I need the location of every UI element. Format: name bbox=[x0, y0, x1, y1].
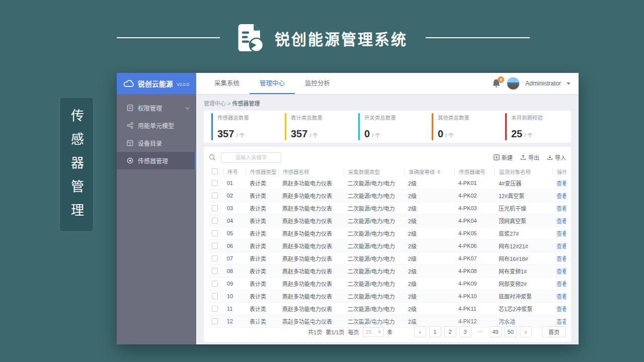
cell-accuracy: 2级 bbox=[404, 254, 454, 262]
sidebar-item-label: 用能单元模型 bbox=[138, 121, 174, 130]
view-link[interactable]: 查看 bbox=[556, 180, 566, 187]
col-header-actions: 操作 bbox=[552, 168, 566, 175]
cell-accuracy: 2级 bbox=[404, 217, 454, 225]
view-link[interactable]: 查看 bbox=[556, 256, 566, 262]
notification-bell-icon[interactable]: 5 bbox=[492, 78, 501, 88]
notification-badge: 5 bbox=[498, 76, 504, 83]
cell-code: 4-PK02 bbox=[454, 193, 495, 199]
cell-actions: 查看 删除 bbox=[552, 217, 566, 225]
nav-tab-monitoring[interactable]: 监控分析 bbox=[295, 73, 340, 94]
view-link[interactable]: 查看 bbox=[556, 243, 566, 249]
cell-name: 燕赵多功能电力仪表 bbox=[278, 305, 344, 313]
row-checkbox[interactable] bbox=[212, 243, 218, 249]
row-checkbox[interactable] bbox=[212, 180, 218, 186]
stat-expiring-calibration: 本月到期校验 25/ 个 bbox=[498, 113, 571, 140]
next-page-button[interactable]: › bbox=[520, 326, 532, 337]
view-link[interactable]: 查看 bbox=[556, 268, 566, 275]
grid-icon bbox=[127, 140, 133, 146]
cell-no: 07 bbox=[223, 255, 246, 261]
cell-data-type: 二次能源/电力/电力 bbox=[344, 192, 404, 200]
view-link[interactable]: 查看 bbox=[556, 294, 566, 300]
sort-icon[interactable] bbox=[437, 169, 440, 174]
row-checkbox[interactable] bbox=[212, 293, 218, 299]
export-button[interactable]: 导出 bbox=[520, 153, 539, 161]
row-checkbox[interactable] bbox=[212, 218, 218, 224]
cell-target: 芯1芯2冲浆泵 bbox=[495, 305, 552, 313]
sidebar-item-permissions[interactable]: 权限管理 bbox=[117, 99, 196, 117]
stat-color-bar bbox=[358, 113, 360, 140]
sidebar-item-sensor-management[interactable]: 传感器管理 bbox=[117, 152, 196, 169]
pagination-buttons: ‹ 1 2 3 ⋯ 49 50 › 首页 bbox=[414, 326, 567, 337]
row-checkbox[interactable] bbox=[212, 230, 218, 236]
page-button-1[interactable]: 1 bbox=[429, 326, 441, 337]
per-page-unit: 条 bbox=[387, 328, 393, 336]
cell-no: 03 bbox=[223, 205, 246, 211]
nav-tab-management[interactable]: 管理中心 bbox=[250, 73, 295, 94]
sidebar-item-device-catalog[interactable]: 设备目录 bbox=[117, 134, 196, 152]
cell-no: 11 bbox=[223, 306, 246, 312]
cell-actions: 查看 删除 bbox=[552, 292, 566, 300]
view-link[interactable]: 查看 bbox=[556, 231, 566, 237]
view-link[interactable]: 查看 bbox=[556, 281, 566, 287]
page-button-50[interactable]: 50 bbox=[505, 326, 517, 337]
import-icon bbox=[547, 154, 553, 160]
app-window: 锐创云能源 V2.0.0 采集系统 管理中心 监控分析 5 Administra… bbox=[117, 73, 579, 344]
view-link[interactable]: 查看 bbox=[556, 218, 566, 224]
row-checkbox[interactable] bbox=[212, 268, 218, 274]
create-button[interactable]: 新建 bbox=[494, 153, 513, 161]
page-button-49[interactable]: 49 bbox=[490, 326, 502, 337]
first-page-button[interactable]: 首页 bbox=[542, 326, 566, 337]
row-checkbox[interactable] bbox=[212, 193, 218, 199]
stats-card-row: 传感器总数量 357/ 个 表计类总数量 357/ 个 开关类总数量 0/ 个 bbox=[204, 111, 571, 143]
cell-actions: 查看 删除 bbox=[552, 229, 566, 237]
cell-accuracy: 2级 bbox=[404, 229, 454, 237]
sidebar: 权限管理 用能单元模型 设备目录 bbox=[117, 94, 196, 344]
cell-target: 网布16#18# bbox=[495, 254, 552, 262]
search-input[interactable] bbox=[221, 152, 281, 163]
cell-actions: 查看 删除 bbox=[552, 280, 566, 288]
cell-name: 燕赵多功能电力仪表 bbox=[278, 292, 344, 300]
cell-no: 10 bbox=[223, 293, 246, 299]
row-checkbox[interactable] bbox=[212, 306, 218, 312]
sidebar-item-label: 传感器管理 bbox=[138, 156, 168, 165]
cell-accuracy: 2级 bbox=[404, 292, 454, 300]
cell-accuracy: 2级 bbox=[404, 242, 454, 250]
sidebar-item-energy-unit-model[interactable]: 用能单元模型 bbox=[117, 117, 196, 134]
select-all-checkbox[interactable] bbox=[212, 168, 218, 174]
cell-type: 表计类 bbox=[246, 254, 278, 262]
nav-tab-collection[interactable]: 采集系统 bbox=[204, 73, 250, 94]
cell-type: 表计类 bbox=[246, 217, 278, 225]
view-link[interactable]: 查看 bbox=[556, 193, 566, 199]
view-link[interactable]: 查看 bbox=[556, 306, 566, 312]
avatar[interactable] bbox=[507, 77, 520, 90]
breadcrumb-parent[interactable]: 管理中心 bbox=[204, 101, 226, 107]
view-link[interactable]: 查看 bbox=[556, 206, 566, 212]
user-name[interactable]: Administrator bbox=[525, 80, 561, 87]
chevron-down-icon[interactable] bbox=[567, 82, 571, 85]
cell-data-type: 二次能源/电力/电力 bbox=[344, 280, 404, 288]
row-checkbox[interactable] bbox=[212, 255, 218, 261]
stat-meter-total: 表计类总数量 357/ 个 bbox=[277, 113, 351, 140]
prev-page-button[interactable]: ‹ bbox=[414, 326, 426, 337]
page-button-3[interactable]: 3 bbox=[459, 326, 471, 337]
cell-name: 燕赵多功能电力仪表 bbox=[278, 267, 344, 275]
col-header-type[interactable]: 传感器类型 bbox=[246, 168, 278, 175]
table-row: 10 表计类 燕赵多功能电力仪表 二次能源/电力/电力 2级 4-PK10 底面… bbox=[209, 290, 566, 303]
page-button-2[interactable]: 2 bbox=[444, 326, 456, 337]
stepper-icon[interactable] bbox=[378, 330, 381, 333]
row-checkbox[interactable] bbox=[212, 281, 218, 287]
cell-code: 4-PK06 bbox=[454, 243, 495, 249]
sensor-icon bbox=[127, 157, 133, 164]
cell-type: 表计类 bbox=[246, 204, 278, 212]
cell-code: 4-PK04 bbox=[454, 218, 495, 224]
stat-value: 357 bbox=[291, 128, 307, 139]
cell-data-type: 二次能源/电力/电力 bbox=[344, 242, 404, 250]
app-version: V2.0.0 bbox=[177, 82, 189, 87]
cell-accuracy: 2级 bbox=[404, 280, 454, 288]
import-button[interactable]: 导入 bbox=[547, 153, 566, 161]
per-page-input[interactable]: 15 bbox=[363, 327, 384, 337]
cell-type: 表计类 bbox=[246, 305, 278, 313]
col-header-accuracy[interactable]: 准确度等级 bbox=[404, 168, 454, 175]
pagination: 共1页 第1/1页 每页 15 条 ‹ 1 2 3 ⋯ 49 50 bbox=[209, 321, 566, 342]
row-checkbox[interactable] bbox=[212, 205, 218, 211]
